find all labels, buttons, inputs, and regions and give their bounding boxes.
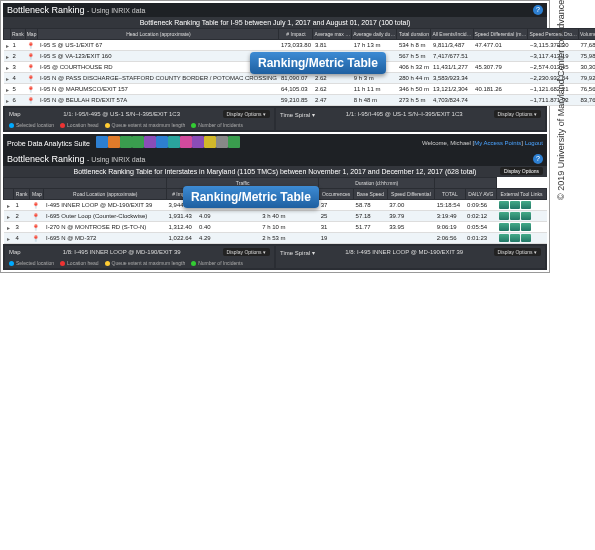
panel1-header: Bottleneck Ranking - Using INRIX data ? [3, 3, 547, 17]
tool-link-btn[interactable] [510, 201, 520, 209]
map-pin-icon[interactable]: 📍 [25, 73, 38, 84]
panel2-table-title: Bottleneck Ranking Table for Interstates… [3, 166, 547, 177]
suite-app-btn[interactable] [132, 136, 144, 148]
expand-icon[interactable]: ▸ [4, 222, 14, 233]
col-header[interactable]: Speed Differential (m… [473, 29, 528, 40]
tool-link-btn[interactable] [499, 223, 509, 231]
table-row[interactable]: ▸3📍I-270 N @ MONTROSE RD (S-TO-N)1,312.4… [4, 222, 547, 233]
col-header[interactable]: External Tool Links [497, 189, 547, 200]
expand-icon[interactable]: ▸ [4, 84, 11, 95]
tool-link-btn[interactable] [521, 223, 531, 231]
col-header[interactable]: # Impact [279, 29, 313, 40]
expand-icon[interactable]: ▸ [4, 40, 11, 51]
spiral1-hdrtext: 1/1: I-95/I-495 @ US-1 S/N–I-395/EXIT 1C… [346, 111, 463, 117]
table-row[interactable]: ▸5📍I-95 N @ MARUMSCO/EXIT 15764,105.032.… [4, 84, 596, 95]
map-pin-icon[interactable]: 📍 [25, 51, 38, 62]
expand-icon[interactable]: ▸ [4, 233, 14, 244]
panel2-subtitle: - Using INRIX data [87, 156, 145, 163]
help-icon[interactable]: ? [533, 5, 543, 15]
col-header[interactable]: Road Location (approximate) [44, 189, 167, 200]
map-pin-icon[interactable]: 📍 [30, 222, 44, 233]
suite-app-btn[interactable] [204, 136, 216, 148]
tool-link-btn[interactable] [521, 234, 531, 242]
panel2-header: Bottleneck Ranking - Using INRIX data ? [3, 152, 547, 166]
panel1-title: Bottleneck Ranking [7, 5, 85, 15]
help-icon[interactable]: ? [533, 154, 543, 164]
tool-link-btn[interactable] [510, 223, 520, 231]
map-pin-icon[interactable]: 📍 [30, 200, 44, 211]
display-options-btn[interactable]: Display Options ▾ [494, 248, 541, 256]
col-header[interactable]: Average daily du… [352, 29, 397, 40]
toolbar-title: Probe Data Analytics Suite [7, 140, 90, 147]
callout-ranking-2: Ranking/Metric Table [183, 186, 319, 208]
map-pin-icon[interactable]: 📍 [30, 233, 44, 244]
expand-icon[interactable]: ▸ [4, 211, 14, 222]
tool-link-btn[interactable] [510, 212, 520, 220]
table-row[interactable]: ▸2📍I-695 Outer Loop (Counter-Clockwise)1… [4, 211, 547, 222]
expand-icon[interactable]: ▸ [4, 62, 11, 73]
expand-icon[interactable]: ▸ [4, 51, 11, 62]
suite-app-btn[interactable] [108, 136, 120, 148]
col-header[interactable]: Occurrences [319, 189, 354, 200]
panel-bottom: Probe Data Analytics Suite Welcome, Mich… [3, 134, 547, 270]
col-header[interactable]: Map [30, 189, 44, 200]
panel-top: Bottleneck Ranking - Using INRIX data ? … [3, 3, 547, 132]
map-pin-icon[interactable]: 📍 [25, 95, 38, 106]
col-header[interactable]: TOTAL [435, 189, 465, 200]
access-points-link[interactable]: My Access Points [474, 140, 521, 146]
panel2-title: Bottleneck Ranking [7, 154, 85, 164]
map2-header: Map 1/8: I-495 INNER LOOP @ MD-190/EXIT … [5, 246, 274, 258]
table-row[interactable]: ▸4📍I-695 N @ MD-3721,022.644.292 h 53 m1… [4, 233, 547, 244]
expand-icon[interactable]: ▸ [4, 95, 11, 106]
tool-link-btn[interactable] [510, 234, 520, 242]
col-header[interactable]: Total duration [397, 29, 431, 40]
panel1-table-title: Bottleneck Ranking Table for I-95 betwee… [3, 17, 547, 28]
display-options-btn[interactable]: Display Options ▾ [223, 110, 270, 118]
col-header[interactable]: Map [25, 29, 38, 40]
table-row[interactable]: ▸6📍I-95 N @ BEULAH RD/EXIT 57A59,210.852… [4, 95, 596, 106]
suite-app-btn[interactable] [120, 136, 132, 148]
col-header[interactable]: Speed Differential [387, 189, 434, 200]
col-header[interactable]: Average max … [313, 29, 352, 40]
table-row[interactable]: ▸1📍I-95 S @ US-1/EXIT 67173,033.803.8117… [4, 40, 596, 51]
expand-icon[interactable]: ▸ [4, 73, 11, 84]
col-header[interactable]: All Events/Incid… [431, 29, 473, 40]
suite-app-btn[interactable] [192, 136, 204, 148]
col-header[interactable]: Rank [11, 29, 26, 40]
col-header[interactable]: Volume Estimate [579, 29, 595, 40]
spiral2-hdrtext: 1/8: I-495 INNER LOOP @ MD-190/EXIT 39 [345, 249, 463, 255]
logout-link[interactable]: Logout [525, 140, 543, 146]
callout-ranking-1: Ranking/Metric Table [250, 52, 386, 74]
map-pin-icon[interactable]: 📍 [25, 62, 38, 73]
tool-link-btn[interactable] [521, 212, 531, 220]
tool-link-btn[interactable] [499, 201, 509, 209]
col-header[interactable]: Rank [14, 189, 30, 200]
col-header[interactable]: Speed Percent Dro… [528, 29, 579, 40]
map1-footer: Selected location Location head Queue ex… [5, 120, 274, 130]
suite-app-btn[interactable] [144, 136, 156, 148]
suite-toolbar: Probe Data Analytics Suite Welcome, Mich… [3, 134, 547, 152]
suite-app-btn[interactable] [228, 136, 240, 148]
suite-app-btn[interactable] [216, 136, 228, 148]
col-header[interactable]: Base Speed [354, 189, 388, 200]
spiral1-header: Time Spiral ▾ 1/1: I-95/I-495 @ US-1 S/N… [276, 108, 545, 120]
display-options-btn[interactable]: Display Options [500, 167, 543, 175]
col-header[interactable]: Head Location (approximate) [38, 29, 279, 40]
suite-app-btn[interactable] [180, 136, 192, 148]
map2-footer: Selected location Location head Queue ex… [5, 258, 274, 268]
map-pin-icon[interactable]: 📍 [25, 40, 38, 51]
suite-app-btn[interactable] [168, 136, 180, 148]
map-pin-icon[interactable]: 📍 [30, 211, 44, 222]
tool-link-btn[interactable] [499, 234, 509, 242]
table-row[interactable]: ▸4📍I-95 N @ PASS DISCHARGE–STAFFORD COUN… [4, 73, 596, 84]
display-options-btn[interactable]: Display Options ▾ [223, 248, 270, 256]
map-pin-icon[interactable]: 📍 [25, 84, 38, 95]
expand-icon[interactable]: ▸ [4, 200, 14, 211]
col-header[interactable]: DAILY AVG [465, 189, 496, 200]
tool-link-btn[interactable] [521, 201, 531, 209]
map1-hdrtext: 1/1: I-95/I-495 @ US-1 S/N–I-395/EXIT 1C… [63, 111, 180, 117]
suite-app-btn[interactable] [96, 136, 108, 148]
display-options-btn[interactable]: Display Options ▾ [494, 110, 541, 118]
suite-app-btn[interactable] [156, 136, 168, 148]
tool-link-btn[interactable] [499, 212, 509, 220]
